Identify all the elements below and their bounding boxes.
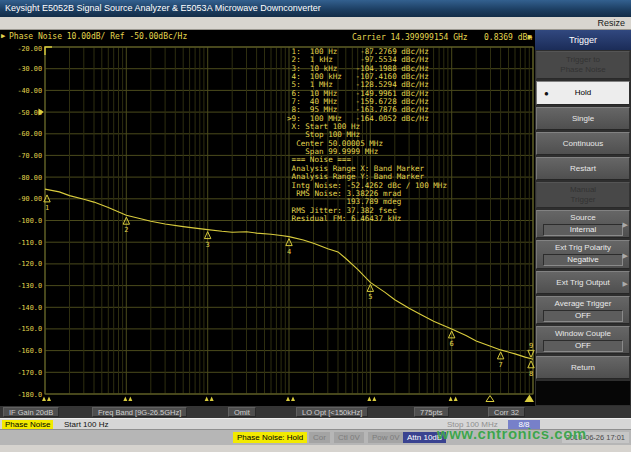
window-titlebar: Keysight E5052B Signal Source Analyzer &…	[0, 0, 631, 17]
ctl-voltage-status: Ctl 0V	[334, 432, 364, 443]
softkey-continuous[interactable]: Continuous	[536, 132, 630, 155]
y-tick-label: -40.00	[17, 87, 42, 95]
band-marker-stop-icon	[525, 395, 535, 403]
y-tick-label: -150.0	[17, 325, 42, 333]
marker-number: 1	[45, 204, 49, 212]
active-trace-arrow-icon: ▶	[1, 32, 5, 40]
y-tick-label: -170.0	[17, 369, 42, 377]
softkey-return[interactable]: Return	[536, 356, 630, 379]
menu-bar: Resize	[0, 17, 631, 30]
y-tick-label: -70.00	[17, 152, 42, 160]
y-tick-label: -90.00	[17, 195, 42, 203]
start-frequency-label: Start 100 Hz	[64, 420, 108, 429]
carrier-power-label: 0.8369 dBm	[484, 33, 532, 42]
y-tick-label: -20.00	[17, 45, 42, 53]
y-tick-label: -80.00	[17, 174, 42, 182]
y-tick-label: -140.0	[17, 304, 42, 312]
y-tick-label: -50.00	[17, 109, 42, 117]
lo-opt-status: LO Opt [<150kHz]	[296, 407, 368, 417]
bottom-edge	[0, 445, 631, 452]
marker-number: 2	[124, 226, 128, 234]
omit-status: Omit	[228, 407, 256, 417]
marker-number: 9	[529, 342, 533, 350]
softkey-single[interactable]: Single	[536, 107, 630, 130]
correlation-status: Corr 32	[488, 407, 525, 417]
marker-number: 8	[529, 370, 533, 378]
softkey-manual-trigger: Manual Trigger	[536, 182, 630, 208]
y-tick-label: -100.0	[17, 217, 42, 225]
points-status: 775pts	[414, 407, 449, 417]
marker-number: 6	[450, 340, 454, 348]
selected-bullet-icon: ●	[544, 89, 549, 99]
band-marker-icon	[286, 397, 295, 402]
y-tick-label: -60.00	[17, 130, 42, 138]
softkey-restart[interactable]: Restart	[536, 157, 630, 180]
window-title: Keysight E5052B Signal Source Analyzer &…	[5, 3, 321, 13]
softkey-average-trigger[interactable]: Average Trigger OFF	[536, 296, 630, 324]
softkey-hold[interactable]: ● Hold	[536, 81, 630, 105]
graph-area: ▶ Phase Noise 10.00dB/ Ref -50.00dBc/Hz …	[0, 30, 535, 406]
ext-trig-polarity-value: Negative	[543, 254, 623, 266]
y-tick-label: -110.0	[17, 239, 42, 247]
y-tick-label: -180.0	[17, 391, 42, 399]
phase-noise-plot[interactable]: -20.00-30.00-40.00-50.00-60.00-70.00-80.…	[0, 45, 535, 406]
header-edge-arrow-icon: ▶	[528, 33, 532, 41]
measurement-mode-tab[interactable]: Phase Noise	[2, 420, 53, 429]
trigger-status-badge: Phase Noise: Hold	[233, 432, 307, 443]
carrier-frequency-label: Carrier 14.399999154 GHz	[352, 33, 468, 42]
submenu-arrow-icon: ▶	[623, 279, 628, 289]
marker-number: 5	[368, 293, 372, 301]
band-marker-icon	[449, 397, 458, 402]
marker-number: 4	[287, 248, 291, 256]
average-trigger-value: OFF	[543, 310, 623, 322]
trace-scale-label: Phase Noise 10.00dB/ Ref -50.00dBc/Hz	[9, 32, 187, 41]
sidebar-filler	[536, 381, 630, 405]
if-gain-status: IF Gain 20dB	[3, 407, 59, 417]
band-marker-icon	[205, 397, 214, 402]
band-marker-icon	[42, 397, 51, 402]
active-trace-corner-flag	[45, 47, 52, 55]
watermark-text: www.cntronics.com	[437, 425, 587, 442]
softkey-trigger-to-phase-noise: Trigger to Phase Noise	[536, 51, 630, 79]
marker-readout: 1: 100 Hz -87.2769 dBc/Hz 2: 1 kHz -97.5…	[287, 48, 447, 223]
submenu-arrow-icon: ▶	[623, 251, 628, 261]
softkey-menu-title: Trigger	[535, 30, 631, 50]
hardware-status-bar: IF Gain 20dB Freq Band [9G-26.5GHz] Omit…	[0, 406, 631, 418]
source-value: Internal	[543, 224, 623, 236]
band-marker-icon	[123, 397, 132, 402]
marker-number: 7	[499, 361, 503, 369]
y-tick-label: -130.0	[17, 282, 42, 290]
softkey-ext-trig-output[interactable]: Ext Trig Output ▶	[536, 271, 630, 294]
softkey-ext-trig-polarity[interactable]: Ext Trig Polarity Negative ▶	[536, 240, 630, 269]
band-marker-icon	[367, 397, 376, 402]
y-tick-label: -120.0	[17, 260, 42, 268]
marker-number: 3	[206, 241, 210, 249]
cor-status: Cor	[309, 432, 330, 443]
graph-header: ▶ Phase Noise 10.00dB/ Ref -50.00dBc/Hz …	[0, 30, 535, 45]
freq-band-status: Freq Band [9G-26.5GHz]	[92, 407, 187, 417]
resize-button[interactable]: Resize	[597, 18, 625, 28]
softkey-source[interactable]: Source Internal ▶	[536, 210, 630, 238]
y-tick-label: -30.00	[17, 65, 42, 73]
submenu-arrow-icon: ▶	[623, 220, 628, 230]
softkey-window-couple[interactable]: Window Couple OFF	[536, 326, 630, 354]
y-tick-label: -160.0	[17, 347, 42, 355]
pow-voltage-status: Pow 0V	[368, 432, 404, 443]
softkey-sidebar: Trigger Trigger to Phase Noise ● Hold Si…	[535, 30, 631, 406]
window-couple-value: OFF	[543, 340, 623, 352]
app-window: Keysight E5052B Signal Source Analyzer &…	[0, 0, 631, 452]
band-marker-open-icon	[486, 396, 494, 402]
